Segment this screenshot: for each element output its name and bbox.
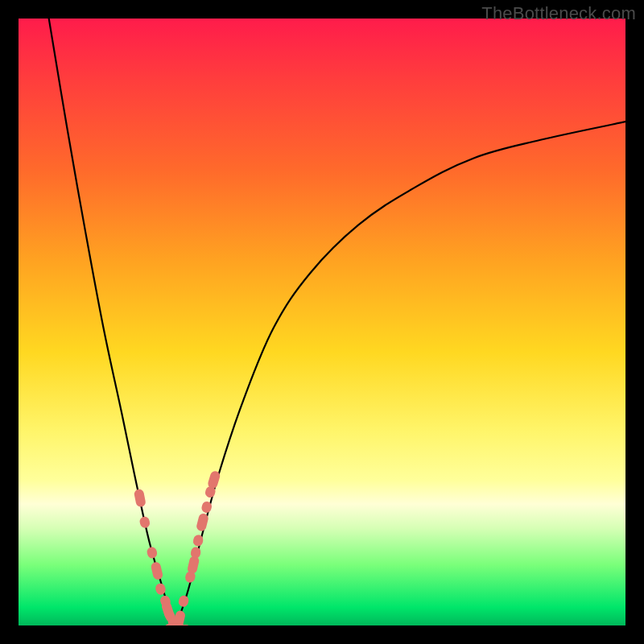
data-marker — [196, 513, 209, 532]
curve-right-branch — [176, 122, 625, 625]
watermark-label: TheBottleneck.com — [481, 3, 636, 24]
chart-container: TheBottleneck.com — [0, 0, 644, 644]
data-marker — [146, 546, 158, 559]
data-marker — [151, 561, 164, 580]
data-marker — [187, 555, 200, 575]
data-marker — [134, 489, 147, 508]
plot-area — [19, 19, 625, 625]
data-marker — [138, 516, 151, 529]
curve-left-branch — [49, 19, 176, 625]
curves-svg — [19, 19, 625, 625]
data-marker — [178, 595, 190, 609]
